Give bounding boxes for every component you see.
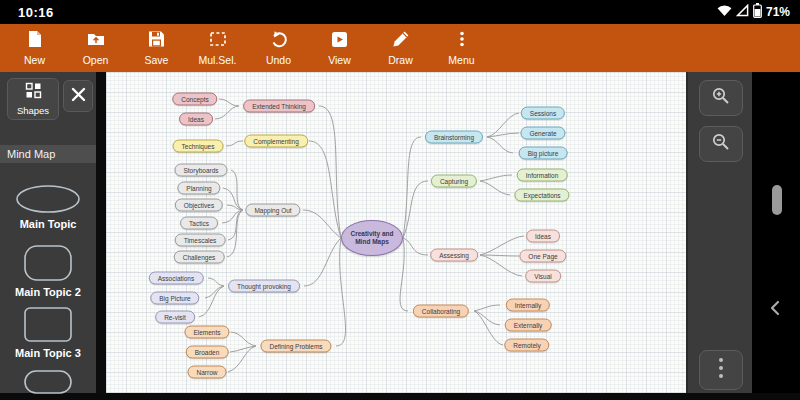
back-button[interactable] bbox=[768, 300, 782, 320]
more-dots-icon bbox=[718, 356, 724, 384]
mindmap-node[interactable]: Challenges bbox=[174, 251, 225, 264]
shape-stadium[interactable] bbox=[0, 369, 96, 395]
status-bar: 10:16 71% bbox=[0, 0, 800, 24]
mindmap-node[interactable]: Concepts bbox=[172, 93, 217, 106]
mindmap-node[interactable]: Generate bbox=[520, 127, 565, 140]
menu-icon bbox=[453, 30, 471, 52]
mindmap-node[interactable]: Storyboards bbox=[174, 164, 227, 177]
zoom-out-icon bbox=[711, 132, 731, 156]
mindmap-node[interactable]: Extended Thinking bbox=[243, 100, 315, 113]
cell-signal-icon bbox=[736, 3, 749, 21]
mindmap-node[interactable]: Visual bbox=[525, 270, 561, 283]
sidebar-canvas-divider bbox=[96, 72, 106, 393]
rect-shape-icon bbox=[23, 306, 73, 343]
ellipse-shape-icon bbox=[14, 184, 82, 214]
shape-main-topic-2[interactable]: Main Topic 2 bbox=[0, 244, 96, 298]
mindmap-node[interactable]: Techniques bbox=[173, 140, 224, 153]
draw-icon bbox=[392, 30, 410, 52]
mindmap-node[interactable]: Complementing bbox=[244, 135, 308, 148]
mindmap-node[interactable]: Externally bbox=[505, 319, 552, 332]
zoom-out-button[interactable] bbox=[699, 126, 743, 162]
draw-button[interactable]: Draw bbox=[370, 26, 431, 70]
mindmap-node[interactable]: Capturing bbox=[431, 175, 477, 188]
rounded-rect-shape-icon bbox=[23, 244, 73, 282]
app-screen: 10:16 71% New bbox=[0, 0, 800, 400]
mindmap-node[interactable]: Ideas bbox=[526, 230, 560, 243]
mindmap-node[interactable]: Sessions bbox=[521, 107, 565, 120]
open-folder-icon bbox=[87, 30, 105, 52]
mindmap-root-node[interactable]: Creativity and Mind Maps bbox=[341, 220, 403, 256]
zoom-panel bbox=[686, 72, 752, 393]
mindmap-node[interactable]: Internally bbox=[506, 299, 550, 312]
save-icon bbox=[148, 30, 165, 52]
mindmap-node[interactable]: Planning bbox=[177, 182, 220, 195]
mindmap-node[interactable]: Narrow bbox=[188, 366, 227, 379]
bottom-edge bbox=[0, 393, 800, 400]
clock: 10:16 bbox=[18, 5, 54, 20]
android-nav-bar bbox=[752, 72, 800, 393]
shapes-grid-icon bbox=[25, 82, 42, 103]
menu-button[interactable]: Menu bbox=[431, 26, 492, 70]
view-button[interactable]: View bbox=[309, 26, 370, 70]
multi-select-button[interactable]: Mul.Sel. bbox=[187, 26, 248, 70]
undo-icon bbox=[270, 30, 288, 52]
new-file-icon bbox=[26, 30, 43, 52]
chevron-left-icon bbox=[768, 302, 782, 319]
mindmap-node[interactable]: One Page bbox=[519, 250, 566, 263]
close-panel-button[interactable] bbox=[63, 80, 93, 112]
mindmap-node[interactable]: Remotely bbox=[504, 339, 549, 352]
shape-main-topic[interactable]: Main Topic bbox=[0, 184, 96, 230]
stadium-shape-icon bbox=[23, 369, 73, 395]
mindmap-node[interactable]: Tactics bbox=[180, 217, 218, 230]
mindmap-node[interactable]: Collaborating bbox=[413, 305, 469, 318]
view-icon bbox=[331, 31, 348, 52]
new-button[interactable]: New bbox=[4, 26, 65, 70]
mindmap-node[interactable]: Expectations bbox=[514, 189, 569, 202]
shape-main-topic-3[interactable]: Main Topic 3 bbox=[0, 306, 96, 359]
mindmap-node[interactable]: Brainstorming bbox=[425, 131, 483, 144]
mindmap-node[interactable]: Ideas bbox=[179, 113, 213, 126]
mindmap-node[interactable]: Big Picture bbox=[150, 292, 199, 305]
mindmap-node[interactable]: Assessing bbox=[430, 249, 478, 262]
mindmap-node[interactable]: Information bbox=[517, 169, 568, 182]
wifi-icon bbox=[717, 3, 732, 21]
close-icon bbox=[71, 87, 86, 106]
save-button[interactable]: Save bbox=[126, 26, 187, 70]
mindmap-node[interactable]: Thought provoking bbox=[228, 280, 300, 293]
shape-category-header[interactable]: Mind Map bbox=[0, 145, 96, 163]
battery-icon bbox=[753, 3, 762, 22]
mindmap-node[interactable]: Associations bbox=[149, 272, 204, 285]
mindmap-node[interactable]: Mapping Out bbox=[245, 204, 300, 217]
mindmap-node[interactable]: Timescales bbox=[175, 234, 226, 247]
more-options-button[interactable] bbox=[699, 350, 743, 390]
open-button[interactable]: Open bbox=[65, 26, 126, 70]
mindmap-canvas[interactable]: Concepts Ideas Extended Thinking Techniq… bbox=[106, 72, 686, 393]
main-toolbar: New Open Save Mul.Sel. Undo bbox=[0, 24, 800, 72]
mindmap-node[interactable]: Defining Problems bbox=[260, 340, 331, 353]
mindmap-node[interactable]: Re-visit bbox=[155, 311, 195, 324]
multi-select-icon bbox=[209, 30, 227, 52]
shapes-sidebar: Shapes Mind Map Main Topic Main Topic 2 bbox=[0, 72, 96, 393]
mindmap-node[interactable]: Broaden bbox=[186, 346, 229, 359]
battery-percent: 71% bbox=[766, 5, 790, 19]
mindmap-node[interactable]: Objectives bbox=[175, 199, 223, 212]
mindmap-node[interactable]: Elements bbox=[184, 326, 229, 339]
mindmap-node[interactable]: Big picture bbox=[519, 147, 568, 160]
undo-button[interactable]: Undo bbox=[248, 26, 309, 70]
zoom-in-button[interactable] bbox=[699, 80, 743, 116]
shapes-button[interactable]: Shapes bbox=[7, 78, 59, 120]
nav-handle[interactable] bbox=[772, 185, 782, 215]
zoom-in-icon bbox=[711, 86, 731, 110]
